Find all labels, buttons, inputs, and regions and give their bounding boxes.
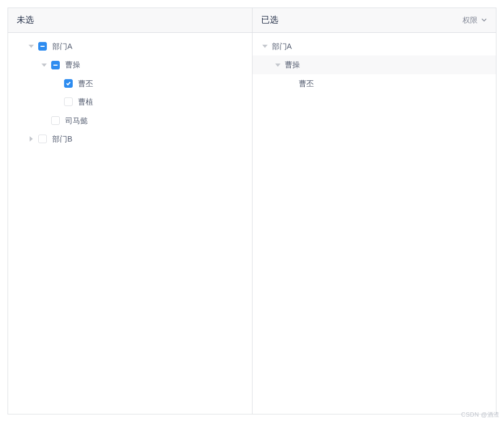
tree-node-cao-cao-selected[interactable]: 曹操 — [253, 55, 496, 74]
chevron-down-icon[interactable] — [27, 43, 35, 50]
tree-node-label[interactable]: 部门A — [52, 40, 72, 52]
tree-node-dept-a[interactable]: 部门A — [8, 37, 252, 55]
checkbox-sima-yi[interactable] — [51, 116, 60, 125]
watermark: CSDN @酒渣 — [461, 411, 500, 419]
tree-node-sima-yi[interactable]: 司马懿 — [8, 111, 252, 130]
tree-node-cao-pi-selected[interactable]: 曹丕 — [253, 74, 496, 93]
tree-node-label[interactable]: 部门A — [272, 40, 292, 52]
checkbox-dept-b[interactable] — [38, 135, 47, 143]
tree-node-label[interactable]: 司马懿 — [65, 115, 88, 126]
selected-panel: 已选 权限 部门A 曹操 曹丕 — [253, 8, 496, 414]
tree-node-label[interactable]: 曹丕 — [299, 78, 314, 89]
chevron-down-icon — [481, 16, 487, 25]
unselected-panel: 未选 部门A 曹操 曹丕 — [8, 8, 253, 414]
checkbox-cao-cao[interactable] — [51, 61, 60, 69]
chevron-down-icon[interactable] — [261, 43, 269, 50]
selected-panel-title: 已选 — [261, 15, 278, 26]
tree-node-label[interactable]: 曹操 — [285, 59, 300, 71]
permission-dropdown[interactable]: 权限 — [463, 16, 487, 25]
chevron-down-icon[interactable] — [274, 61, 282, 69]
svg-marker-1 — [41, 64, 47, 67]
svg-marker-2 — [30, 136, 33, 142]
permission-label: 权限 — [463, 16, 478, 25]
svg-marker-3 — [262, 45, 268, 48]
svg-marker-4 — [275, 64, 281, 67]
unselected-panel-title: 未选 — [17, 15, 34, 26]
tree-node-label[interactable]: 部门B — [52, 133, 72, 145]
tree-node-cao-pi[interactable]: 曹丕 — [8, 74, 252, 93]
chevron-right-icon[interactable] — [27, 135, 35, 143]
tree-node-dept-b[interactable]: 部门B — [8, 130, 252, 148]
tree-node-label[interactable]: 曹植 — [78, 96, 93, 108]
tree-node-dept-a-selected[interactable]: 部门A — [253, 37, 496, 55]
tree-node-cao-zhi[interactable]: 曹植 — [8, 93, 252, 111]
chevron-down-icon[interactable] — [40, 61, 48, 69]
selected-panel-header: 已选 权限 — [253, 8, 496, 33]
unselected-panel-header: 未选 — [8, 8, 252, 33]
tree-node-label[interactable]: 曹操 — [65, 59, 80, 71]
unselected-tree: 部门A 曹操 曹丕 曹植 — [8, 33, 252, 414]
checkbox-cao-zhi[interactable] — [64, 97, 73, 106]
svg-marker-0 — [29, 45, 34, 48]
selected-tree: 部门A 曹操 曹丕 — [253, 33, 496, 414]
checkbox-dept-a[interactable] — [38, 42, 47, 51]
tree-node-label[interactable]: 曹丕 — [78, 78, 93, 89]
checkbox-cao-pi[interactable] — [64, 79, 73, 88]
transfer-container: 未选 部门A 曹操 曹丕 — [8, 8, 496, 414]
tree-node-cao-cao[interactable]: 曹操 — [8, 55, 252, 74]
